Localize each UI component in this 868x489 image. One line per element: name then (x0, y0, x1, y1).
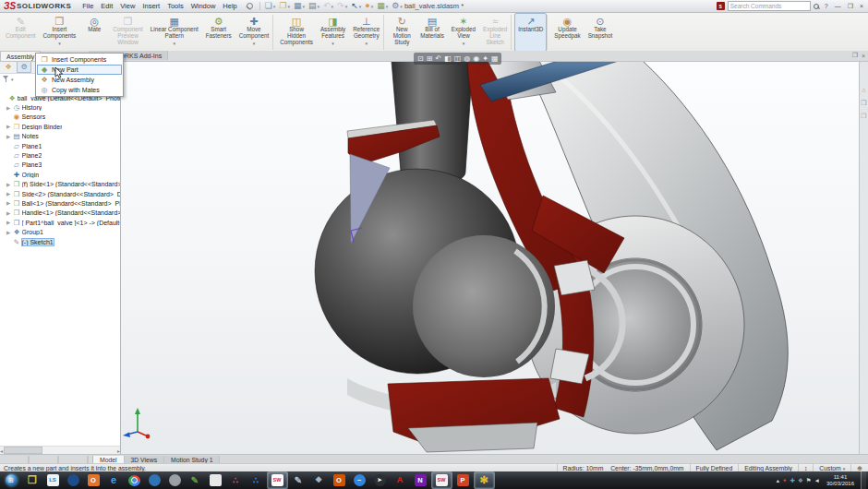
search-commands-input[interactable]: Search Commands (728, 1, 811, 11)
tree-item[interactable]: ▶ ❒ Handle<1> (Standard<<Standard> (0, 209, 120, 218)
tree-item[interactable]: ▶ ◷ History (0, 102, 120, 112)
menu-item[interactable]: Edit (97, 2, 116, 10)
open-button[interactable]: ❐ ▾ (278, 2, 291, 10)
app-gray[interactable] (165, 472, 185, 488)
volume-icon[interactable]: ◄ (814, 477, 820, 484)
app-dark-circle[interactable]: ➤ (370, 472, 390, 488)
tree-item[interactable]: ✎ (-) Sketch1 (0, 237, 120, 246)
ribbon-button[interactable]: ✶ Exploded View ▾ (448, 13, 479, 52)
apply-scene-icon[interactable]: ▦ (490, 53, 500, 65)
menu-item[interactable]: Window (187, 2, 220, 10)
explorer[interactable]: ❒ (23, 472, 42, 488)
edit-appearance-icon[interactable]: ✦ (481, 53, 489, 65)
section-view-icon[interactable]: ◧ (443, 53, 452, 65)
ribbon-button[interactable]: ⚙ Smart Fasteners ▾ (202, 13, 235, 52)
search-icon[interactable] (814, 4, 819, 9)
ribbon-button[interactable]: ✎ Edit Component ▾ (2, 13, 40, 52)
scroll-right-arrow-icon[interactable]: ▸ (117, 447, 120, 454)
app-white[interactable] (206, 472, 225, 488)
edit-appearance-button[interactable]: ● ▾ (364, 2, 374, 10)
ribbon-button[interactable]: ❒ Insert Components ▾ (40, 13, 80, 52)
ribbon-button[interactable]: ◎ Mate ▾ (79, 13, 109, 52)
app-pinwheel[interactable]: ✻ (474, 471, 495, 489)
app-orange[interactable]: O (84, 472, 103, 488)
expand-arrow-icon[interactable]: ▶ (6, 105, 12, 111)
previous-view-icon[interactable]: ↶ (434, 53, 442, 65)
graphics-area[interactable] (120, 61, 860, 454)
menu-item[interactable]: Tools (163, 2, 187, 10)
help-button[interactable]: ? (823, 3, 830, 9)
ribbon-button[interactable]: ▤ Bill of Materials ▾ (416, 13, 448, 52)
ribbon-button[interactable]: ◨ Assembly Features ▾ (317, 13, 349, 52)
tree-item[interactable]: ▱ Plane3 (0, 161, 120, 170)
save-button[interactable]: ▦ ▾ (293, 2, 306, 10)
propertymanager-tab[interactable]: ⚙ (17, 61, 31, 73)
expand-arrow-icon[interactable]: ▶ (6, 124, 12, 129)
show-hidden-icons[interactable]: ▴ (777, 477, 779, 484)
ribbon-button[interactable]: ↻ New Motion Study ▾ (387, 13, 416, 52)
tree-horizontal-scrollbar[interactable]: ◂ ▸ (0, 446, 120, 454)
pin-menu-icon[interactable] (246, 3, 252, 9)
onenote[interactable]: N (411, 472, 430, 488)
taskbar-clock[interactable]: 11:41 30/03/2016 (823, 474, 858, 487)
ribbon-button[interactable]: ↗ Instant3D ▾ (514, 13, 547, 52)
close-button[interactable]: × (858, 3, 865, 9)
file-explorer-icon[interactable]: ❐ (861, 113, 866, 120)
office-orange[interactable]: O (330, 472, 349, 488)
start-button[interactable]: ⊞ (0, 471, 22, 489)
app-pencil-gray[interactable]: ✎ (289, 472, 308, 488)
ribbon-button[interactable]: ◉ Update Speedpak ▾ (550, 13, 584, 52)
menu-item[interactable]: Help (219, 2, 240, 10)
menu-option[interactable]: ◎ Copy with Mates (37, 85, 122, 95)
ribbon-button[interactable]: ▦ Linear Component Pattern ▾ (147, 13, 202, 52)
print-button[interactable]: ▤ ▾ (307, 2, 320, 10)
app-green-pencil[interactable]: ✎ (186, 472, 205, 488)
libreoffice[interactable]: LS (43, 472, 63, 488)
tree-item[interactable]: ▶ ❒ Side<2> (Standard<<Standard>_Di (0, 189, 120, 198)
featuremanager-tab[interactable]: ❖ (2, 62, 15, 72)
ribbon-button[interactable]: ✚ Move Component ▾ (235, 13, 273, 52)
menu-option[interactable]: ❒ Insert Components (37, 54, 122, 65)
app-blue-sphere[interactable] (64, 472, 83, 488)
minimize-button[interactable]: — (833, 3, 843, 9)
menu-option[interactable]: ◆ New Part (37, 65, 122, 75)
menu-item[interactable]: View (116, 2, 139, 10)
tray-icon-red[interactable]: ✦ (782, 477, 787, 484)
app-blue-swirl[interactable]: ~ (350, 472, 369, 488)
action-center-flag[interactable]: ⚑ (806, 477, 812, 484)
ribbon-button[interactable]: ⊥ Reference Geometry ▾ (349, 13, 383, 52)
expand-arrow-icon[interactable]: ▶ (6, 134, 12, 139)
app-dots-2[interactable]: ∴ (247, 472, 266, 488)
solidworks-running[interactable]: SW (431, 471, 452, 489)
tree-item[interactable]: ▶ ❒ Design Binder (0, 122, 120, 131)
window-restore-icon[interactable]: ❐ (852, 52, 858, 59)
menu-item[interactable]: Insert (139, 2, 163, 10)
options-button[interactable]: ⚙ ▾ (391, 2, 404, 10)
display-style-icon[interactable]: ◍ (463, 53, 471, 65)
ribbon-button[interactable]: ◫ Show Hidden Components ▾ (276, 13, 317, 52)
restore-button[interactable]: ❐ (846, 3, 855, 10)
chrome[interactable] (125, 472, 144, 488)
select-button[interactable]: ↖ ▾ (350, 2, 362, 10)
scrollbar-thumb[interactable] (4, 447, 42, 454)
undo-button[interactable]: ↶ ▾ (322, 2, 334, 10)
tree-item[interactable]: ▶ ❒ [ Part1^ball_valve ]<1> -> (Default< (0, 218, 120, 227)
ribbon-button[interactable]: ≈ Exploded Line Sketch ▾ (479, 13, 511, 52)
internet-explorer[interactable]: e (104, 472, 124, 488)
tree-item[interactable]: ▶ ❒ Ball<1> (Standard<<Standard>_Ph (0, 198, 120, 208)
expand-arrow-icon[interactable]: ▶ (6, 182, 12, 187)
adobe-red[interactable]: A (391, 472, 410, 488)
zoom-to-fit-icon[interactable]: ⊡ (416, 53, 425, 65)
menu-item[interactable]: File (78, 2, 97, 10)
tree-item[interactable]: ▶ ▤ Notes (0, 132, 120, 141)
new-document-button[interactable]: ❏ ▾ (264, 2, 277, 10)
tray-icon-gray[interactable]: ❖ (798, 477, 803, 484)
show-desktop-button[interactable] (861, 471, 866, 489)
expand-arrow-icon[interactable]: ▶ (6, 191, 12, 197)
scroll-left-arrow-icon[interactable]: ◂ (0, 447, 3, 454)
tree-item[interactable]: ▶ ❒ (f) Side<1> (Standard<<Standard>_ (0, 180, 120, 189)
design-library-icon[interactable]: ❒ (861, 100, 866, 107)
ribbon-button[interactable]: ❐ Component Preview Window ▾ (109, 13, 147, 52)
redo-button[interactable]: ↷ ▾ (336, 2, 348, 10)
view-orientation-icon[interactable]: ◫ (453, 53, 463, 65)
